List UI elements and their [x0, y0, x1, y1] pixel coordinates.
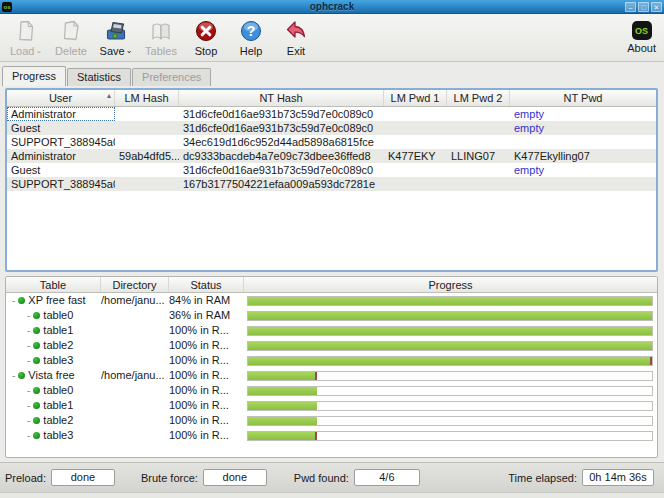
table-name-cell: -table0 — [6, 308, 101, 323]
nt-pwd-cell[interactable]: K477Ekylling07 — [510, 149, 656, 163]
tree-row[interactable]: -table2100% in R... — [6, 413, 657, 428]
table-status-dot-icon — [33, 402, 40, 409]
help-button[interactable]: ? Help — [231, 19, 271, 57]
nt-hash-cell[interactable]: 31d6cfe0d16ae931b73c59d7e0c089c0 — [179, 121, 384, 135]
tree-row[interactable]: -table036% in RAM — [6, 308, 657, 323]
lm-hash-cell[interactable] — [115, 107, 179, 121]
exit-label: Exit — [287, 46, 305, 57]
nt-hash-cell[interactable]: 31d6cfe0d16ae931b73c59d7e0c089c0 — [179, 163, 384, 177]
lm-pwd-1-cell[interactable] — [384, 135, 447, 149]
nt-pwd-cell[interactable]: empty — [510, 121, 656, 135]
nt-hash-cell[interactable]: 31d6cfe0d16ae931b73c59d7e0c089c0 — [179, 107, 384, 121]
tree-row[interactable]: -table3100% in R... — [6, 428, 657, 443]
progress-cell — [244, 311, 657, 321]
time-elapsed-status: Time elapsed: 0h 14m 36s — [508, 469, 654, 486]
lm-hash-cell[interactable] — [115, 121, 179, 135]
column-header-directory[interactable]: Directory — [101, 277, 169, 292]
delete-button: Delete — [51, 19, 91, 57]
tree-row[interactable]: -Vista free/home/janu...100% in R... — [6, 368, 657, 383]
status-cell: 100% in R... — [169, 428, 244, 443]
tree-row[interactable]: -table1100% in R... — [6, 398, 657, 413]
table-status-dot-icon — [33, 357, 40, 364]
column-header-nt-hash[interactable]: NT Hash — [179, 90, 384, 106]
save-button[interactable]: Save⌄ — [96, 19, 136, 57]
title-bar[interactable]: os ophcrack – □ ✕ — [0, 0, 664, 14]
nt-hash-cell[interactable]: 167b3177504221efaa009a593dc7281e — [179, 177, 384, 191]
lm-pwd-1-cell[interactable] — [384, 177, 447, 191]
nt-hash-cell[interactable]: 34ec619d1d6c952d44ad5898a6815fce — [179, 135, 384, 149]
status-cell: 100% in R... — [169, 398, 244, 413]
nt-pwd-cell[interactable]: empty — [510, 163, 656, 177]
lm-hash-cell[interactable]: 59ab4dfd5... — [115, 149, 179, 163]
user-cell[interactable]: Guest — [7, 163, 115, 177]
hash-table-row[interactable]: SUPPORT_388945a0167b3177504221efaa009a59… — [7, 177, 656, 191]
lm-pwd-1-cell[interactable]: K477EKY — [384, 149, 447, 163]
load-icon — [14, 19, 38, 45]
tab-progress[interactable]: Progress — [2, 66, 66, 86]
user-cell[interactable]: Guest — [7, 121, 115, 135]
user-cell[interactable]: SUPPORT_388945a0 — [7, 177, 115, 191]
column-header-status[interactable]: Status — [169, 277, 244, 292]
close-icon[interactable]: ✕ — [651, 2, 662, 12]
pwd-found-value: 4/6 — [354, 469, 420, 486]
lm-pwd-2-cell[interactable] — [447, 107, 510, 121]
hash-table-row[interactable]: Administrator31d6cfe0d16ae931b73c59d7e0c… — [7, 107, 656, 121]
lm-pwd-2-cell[interactable] — [447, 121, 510, 135]
column-header-nt-pwd[interactable]: NT Pwd — [510, 90, 656, 106]
tree-row[interactable]: -table1100% in R... — [6, 323, 657, 338]
tables-label: Tables — [145, 46, 177, 57]
tables-panel-header: Table Directory Status Progress — [6, 277, 657, 293]
about-button[interactable]: OS About — [627, 21, 656, 54]
table-name-label: table3 — [43, 353, 73, 368]
tree-row[interactable]: -table2100% in R... — [6, 338, 657, 353]
table-name-cell: -table0 — [6, 383, 101, 398]
progress-cell — [244, 326, 657, 336]
tree-branch-icon: - — [27, 341, 30, 351]
bruteforce-marker — [315, 372, 317, 380]
table-name-cell: -table1 — [6, 398, 101, 413]
lm-pwd-1-cell[interactable] — [384, 121, 447, 135]
column-header-lm-pwd-2[interactable]: LM Pwd 2 — [447, 90, 510, 106]
hash-table-row[interactable]: Guest31d6cfe0d16ae931b73c59d7e0c089c0emp… — [7, 163, 656, 177]
lm-pwd-1-cell[interactable] — [384, 107, 447, 121]
column-header-progress[interactable]: Progress — [244, 277, 657, 292]
hash-table-row[interactable]: SUPPORT_388945a034ec619d1d6c952d44ad5898… — [7, 135, 656, 149]
lm-hash-cell[interactable] — [115, 163, 179, 177]
nt-hash-cell[interactable]: dc9333bacdeb4a7e09c73dbee36ffed8 — [179, 149, 384, 163]
table-name-cell: -XP free fast — [6, 293, 101, 308]
maximize-icon[interactable]: □ — [638, 2, 649, 12]
lm-pwd-2-cell[interactable] — [447, 177, 510, 191]
tab-statistics[interactable]: Statistics — [67, 68, 131, 86]
lm-pwd-1-cell[interactable] — [384, 163, 447, 177]
column-header-table[interactable]: Table — [6, 277, 101, 292]
lm-pwd-2-cell[interactable] — [447, 135, 510, 149]
user-cell[interactable]: Administrator — [7, 149, 115, 163]
tree-row[interactable]: -table3100% in R... — [6, 353, 657, 368]
collapse-icon[interactable]: - — [12, 296, 15, 306]
dropdown-caret-icon: ⌄ — [35, 46, 42, 56]
column-header-user[interactable]: User ▴ — [7, 90, 115, 106]
table-name-cell: -Vista free — [6, 368, 101, 383]
tree-row[interactable]: -XP free fast/home/janu...84% in RAM — [6, 293, 657, 308]
stop-button[interactable]: Stop — [186, 19, 226, 57]
collapse-icon[interactable]: - — [12, 371, 15, 381]
table-status-dot-icon — [18, 297, 25, 304]
table-name-cell: -table3 — [6, 428, 101, 443]
column-header-lm-hash[interactable]: LM Hash — [115, 90, 179, 106]
lm-pwd-2-cell[interactable]: LLING07 — [447, 149, 510, 163]
os-badge-icon: OS — [632, 21, 652, 40]
lm-hash-cell[interactable] — [115, 135, 179, 149]
user-cell[interactable]: SUPPORT_388945a0 — [7, 135, 115, 149]
nt-pwd-cell[interactable]: empty — [510, 107, 656, 121]
nt-pwd-cell[interactable] — [510, 177, 656, 191]
nt-pwd-cell[interactable] — [510, 135, 656, 149]
minimize-icon[interactable]: – — [625, 2, 636, 12]
lm-hash-cell[interactable] — [115, 177, 179, 191]
hash-table-row[interactable]: Guest31d6cfe0d16ae931b73c59d7e0c089c0emp… — [7, 121, 656, 135]
exit-button[interactable]: Exit — [276, 19, 316, 57]
column-header-lm-pwd-1[interactable]: LM Pwd 1 — [384, 90, 447, 106]
lm-pwd-2-cell[interactable] — [447, 163, 510, 177]
tree-row[interactable]: -table0100% in R... — [6, 383, 657, 398]
user-cell[interactable]: Administrator — [7, 107, 115, 121]
hash-table-row[interactable]: Administrator59ab4dfd5...dc9333bacdeb4a7… — [7, 149, 656, 163]
